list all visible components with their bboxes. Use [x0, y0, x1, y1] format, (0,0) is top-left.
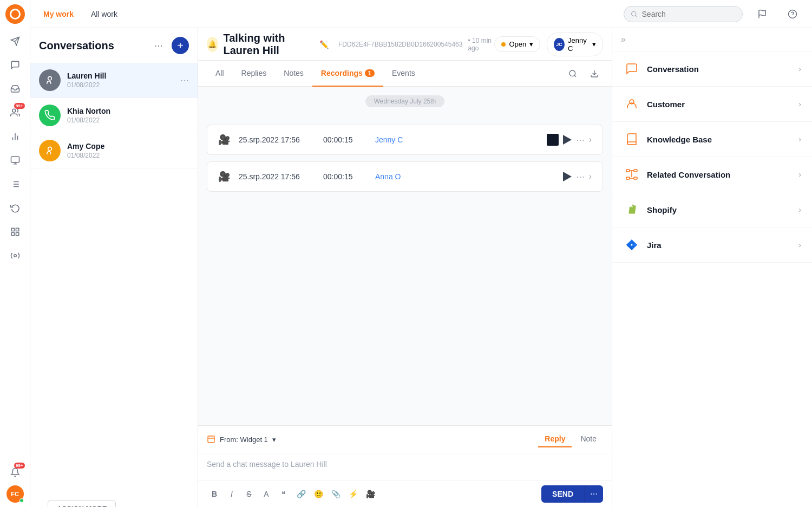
rec-play-btn-2[interactable] [563, 172, 572, 181]
rec-more-btn-1[interactable]: ⋯ [576, 135, 585, 145]
tab-all[interactable]: All [207, 61, 233, 87]
panel-section-conversation-left: Conversation [623, 60, 699, 77]
from-label: From: Widget 1 [220, 435, 268, 444]
conversations-title: Conversations [39, 40, 114, 52]
emoji-btn[interactable]: 🙂 [311, 486, 326, 502]
svg-point-25 [48, 76, 52, 80]
user-avatar[interactable]: FC [6, 485, 24, 503]
assignee-avatar: JC [554, 38, 565, 51]
flag-icon[interactable] [751, 3, 773, 25]
from-chevron: ▾ [272, 435, 276, 444]
nav-notifications-icon[interactable]: 99+ [4, 461, 26, 483]
global-search-bar[interactable] [624, 6, 743, 22]
panel-section-related-header[interactable]: Related Conversation › [612, 157, 812, 192]
assignee-badge[interactable]: JC Jenny C ▾ [547, 32, 603, 56]
conv-info-amy: Amy Cope 01/08/2022 [67, 142, 189, 159]
nav-chat-icon[interactable] [4, 54, 26, 76]
nav-integrations-icon[interactable] [4, 221, 26, 243]
conversations-menu-btn[interactable]: ⋯ [150, 37, 167, 54]
status-badge[interactable]: Open ▾ [494, 36, 540, 52]
rec-agent-2[interactable]: Anna O [375, 172, 418, 181]
nav-send-icon[interactable] [4, 30, 26, 52]
compose-toolbar: B I S A ❝ 🔗 🙂 📎 ⚡ 🎥 SEND ⋯ [198, 480, 612, 507]
conv-date-lauren: 01/08/2022 [67, 81, 180, 89]
conversation-item-lauren[interactable]: Lauren Hill 01/08/2022 ⋯ [30, 63, 198, 98]
download-recordings-btn[interactable] [586, 65, 603, 82]
strikethrough-btn[interactable]: S [241, 486, 257, 502]
nav-contacts-icon[interactable]: 99+ [4, 102, 26, 123]
all-work-tab[interactable]: All work [87, 8, 122, 21]
reply-tab[interactable]: Reply [538, 431, 572, 447]
conversation-item-khia[interactable]: Khia Norton 01/08/2022 [30, 98, 198, 133]
nav-settings-icon[interactable] [4, 245, 26, 266]
tab-notes[interactable]: Notes [275, 61, 312, 87]
attachment-btn[interactable]: 📎 [328, 486, 343, 502]
tab-recordings[interactable]: Recordings 1 [312, 61, 383, 87]
send-button[interactable]: SEND [541, 485, 584, 503]
toggle-arrows-icon[interactable]: » [621, 35, 626, 44]
lightning-btn[interactable]: ⚡ [345, 486, 361, 502]
italic-btn[interactable]: I [224, 486, 239, 502]
conv-info-khia: Khia Norton 01/08/2022 [67, 107, 189, 124]
bold-btn[interactable]: B [207, 486, 222, 502]
compose-from[interactable]: From: Widget 1 ▾ [207, 435, 276, 444]
rec-agent-1[interactable]: Jenny C [375, 135, 418, 144]
new-conversation-btn[interactable]: + [172, 37, 189, 54]
conv-menu-lauren[interactable]: ⋯ [180, 75, 189, 86]
panel-section-shopify-header[interactable]: Shopify › [612, 192, 812, 227]
nav-teams-icon[interactable] [4, 150, 26, 171]
rec-expand-btn-1[interactable]: › [589, 135, 592, 145]
panel-section-knowledge-header[interactable]: Knowledge Base › [612, 122, 812, 157]
recording-item-1: 🎥 25.srp.2022 17:56 00:00:15 Jenny C ⋯ › [207, 125, 603, 155]
my-work-tab[interactable]: My work [39, 8, 78, 21]
rec-stop-btn-1[interactable] [547, 134, 559, 146]
rec-controls-1: ⋯ › [547, 134, 592, 146]
compose-input[interactable]: Send a chat message to Lauren Hill [198, 453, 612, 480]
panel-section-conversation-header[interactable]: Conversation › [612, 51, 812, 86]
link-btn[interactable]: 🔗 [293, 486, 309, 502]
conversation-item-amy[interactable]: Amy Cope 01/08/2022 [30, 133, 198, 168]
svg-point-20 [632, 11, 636, 16]
topbar-left: 🔔 Talking with Lauren Hill ✏️ FDD62E4F7B… [207, 32, 494, 57]
app-logo[interactable] [5, 4, 25, 24]
conversation-panel-icon [623, 60, 640, 77]
conv-name-lauren: Lauren Hill [67, 72, 180, 80]
edit-title-icon[interactable]: ✏️ [319, 40, 329, 49]
tab-replies[interactable]: Replies [233, 61, 276, 87]
nav-inbox-icon[interactable] [4, 78, 26, 100]
nav-lists-icon[interactable] [4, 173, 26, 195]
search-input[interactable] [642, 10, 736, 18]
conversation-title: Talking with Lauren Hill [224, 32, 312, 57]
compose-type-tabs: Reply Note [538, 431, 603, 447]
search-messages-btn[interactable] [564, 65, 581, 82]
compose-header: From: Widget 1 ▾ Reply Note [198, 426, 612, 453]
svg-rect-15 [11, 228, 14, 231]
video-toolbar-btn[interactable]: 🎥 [363, 486, 378, 502]
related-panel-chevron: › [798, 170, 801, 179]
knowledge-panel-label: Knowledge Base [647, 135, 712, 144]
tab-events[interactable]: Events [383, 61, 424, 87]
text-color-btn[interactable]: A [259, 486, 274, 502]
rec-more-btn-2[interactable]: ⋯ [576, 172, 585, 182]
rec-play-btn-1[interactable] [563, 135, 572, 145]
knowledge-panel-icon [623, 131, 640, 148]
panel-section-related: Related Conversation › [612, 157, 812, 192]
assign-more-button[interactable]: ASSIGN MORE [48, 500, 116, 507]
related-panel-label: Related Conversation [647, 170, 730, 179]
rec-expand-btn-2[interactable]: › [589, 172, 592, 181]
avatar-amy [39, 140, 61, 161]
help-icon[interactable] [782, 3, 803, 25]
jira-panel-label: Jira [647, 240, 662, 250]
jira-panel-icon [623, 236, 640, 253]
rec-duration-2: 00:00:15 [323, 172, 366, 181]
nav-reports-icon[interactable] [4, 126, 26, 147]
panel-section-customer-header[interactable]: Customer › [612, 87, 812, 121]
quote-btn[interactable]: ❝ [276, 486, 291, 502]
note-tab[interactable]: Note [574, 431, 603, 447]
nav-history-icon[interactable] [4, 197, 26, 219]
panel-section-jira-header[interactable]: Jira › [612, 227, 812, 262]
send-dropdown-btn[interactable]: ⋯ [584, 485, 603, 503]
messages-area: Wednesday July 25th 🎥 25.srp.2022 17:56 … [198, 87, 612, 425]
conv-name-khia: Khia Norton [67, 107, 189, 115]
panel-section-shopify-left: Shopify [623, 201, 677, 218]
